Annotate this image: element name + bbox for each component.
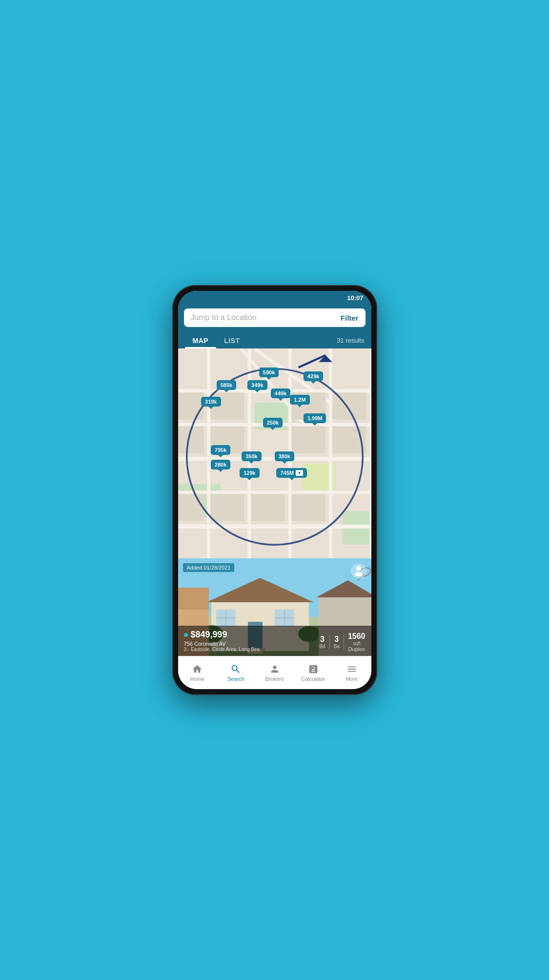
filter-button[interactable]: Filter [341, 314, 359, 322]
pin-280k[interactable]: 280k [211, 460, 230, 470]
pin-1-99m[interactable]: 1.99M [304, 413, 326, 423]
svg-rect-29 [251, 494, 285, 521]
svg-rect-27 [178, 494, 203, 521]
tab-map[interactable]: MAP [185, 332, 217, 348]
nav-more[interactable]: More [332, 656, 371, 689]
property-info: $849,999 756 Coronado AV 3 - Eastside, C… [178, 626, 371, 656]
svg-rect-55 [178, 588, 209, 610]
svg-rect-24 [332, 392, 366, 419]
search-bar[interactable]: Jump to a Location Filter [184, 308, 366, 327]
pin-380k[interactable]: 380k [275, 451, 294, 461]
nav-brokers[interactable]: Brokers [255, 656, 294, 689]
pin-129k[interactable]: 129k [240, 468, 259, 478]
pin-429k[interactable]: 429k [304, 371, 323, 381]
status-time: 10:07 [347, 294, 363, 302]
nav-home-label: Home [190, 676, 204, 682]
pin-590k[interactable]: 590k [259, 368, 279, 377]
bottom-nav: Home Search Brokers Calculator [178, 656, 371, 689]
svg-rect-12 [207, 348, 210, 558]
pin-449k[interactable]: 449k [271, 388, 290, 398]
divider-2 [344, 635, 344, 650]
home-icon [192, 664, 203, 674]
person-svg [354, 566, 363, 576]
calculator-icon [308, 664, 319, 674]
divider-1 [329, 635, 330, 650]
svg-rect-30 [291, 494, 325, 521]
pin-585k[interactable]: 585k [217, 380, 236, 390]
svg-rect-28 [210, 494, 244, 521]
svg-point-57 [355, 572, 363, 576]
pin-250k[interactable]: 250k [263, 418, 283, 428]
sqft-stat: 1560 sqft Duplex [348, 632, 366, 652]
pin-349k[interactable]: 349k [247, 380, 267, 390]
tabs-bar: MAP LIST 31 results [178, 332, 371, 348]
added-badge: Added 01/28/2021 [183, 563, 235, 572]
property-card[interactable]: Added 01/28/2021 $849,999 756 Coronado A… [178, 558, 371, 656]
tab-list[interactable]: LIST [216, 332, 247, 348]
pin-350k[interactable]: 350k [242, 451, 261, 461]
nav-search[interactable]: Search [217, 656, 255, 689]
more-icon [346, 664, 357, 674]
svg-rect-19 [178, 392, 203, 419]
nav-calculator-label: Calculator [301, 676, 325, 682]
nav-more-label: More [346, 676, 358, 682]
property-details-left: $849,999 756 Coronado AV 3 - Eastside, C… [184, 630, 260, 652]
property-price: $849,999 [184, 630, 260, 640]
phone-frame: 10:07 Jump to a Location Filter MAP LIST… [172, 285, 377, 695]
brokers-icon [269, 664, 280, 674]
header: Jump to a Location Filter [178, 305, 371, 332]
pin-319k[interactable]: 319k [201, 397, 221, 407]
person-icon[interactable] [351, 563, 366, 579]
price-dot [184, 633, 188, 637]
pin-745m[interactable]: 745M ▼ [276, 468, 306, 478]
pin-1-2m[interactable]: 1.2M [290, 395, 309, 405]
status-bar: 10:07 [178, 291, 371, 305]
map-container[interactable]: 590k 429k 585k 349k 449k 319k 1.2M 250k … [178, 348, 371, 558]
nav-home[interactable]: Home [178, 656, 217, 689]
svg-point-56 [356, 566, 361, 571]
phone-screen: 10:07 Jump to a Location Filter MAP LIST… [178, 291, 371, 689]
svg-rect-25 [291, 427, 325, 453]
property-image: Added 01/28/2021 $849,999 756 Coronado A… [178, 558, 371, 656]
property-area: 3 - Eastside, Circle Area, Long Bea [184, 647, 260, 652]
beds-stat: 3 Bd [319, 635, 325, 649]
svg-rect-15 [328, 348, 332, 558]
svg-rect-16 [369, 348, 371, 558]
nav-calculator[interactable]: Calculator [294, 656, 332, 689]
down-arrow-icon: ▼ [296, 470, 303, 476]
search-icon [230, 664, 241, 674]
property-details-right: 3 Bd 3 Ba 1560 sqft Duplex [319, 632, 365, 652]
results-count: 31 results [337, 337, 364, 344]
nav-search-label: Search [227, 676, 244, 682]
pin-795k[interactable]: 795k [211, 445, 230, 455]
search-placeholder: Jump to a Location [191, 313, 257, 322]
baths-stat: 3 Ba [334, 635, 340, 649]
property-address: 756 Coronado AV [184, 641, 260, 647]
nav-brokers-label: Brokers [265, 676, 284, 682]
